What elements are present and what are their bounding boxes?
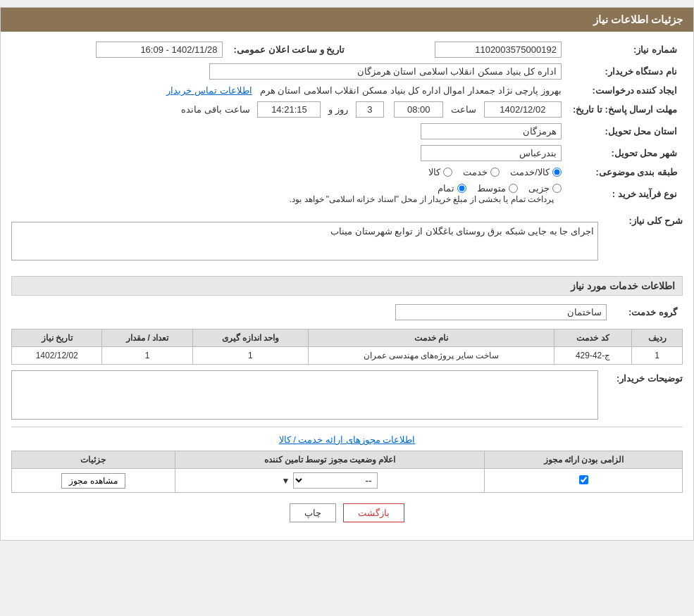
cell-radif: 1: [632, 347, 683, 365]
sharh-watermark-section: اجرای جا به جایی شبکه برق روستای باغگلان…: [11, 213, 598, 269]
button-row: بازگشت چاپ: [11, 503, 683, 522]
ostan-value: هرمزگان: [11, 120, 567, 142]
khadamat-info-table: گروه خدمت: ساختمان: [11, 301, 683, 323]
noe-tamam-label: تمام: [438, 183, 454, 194]
page-wrapper: جزئیات اطلاعات نیاز شماره نیاز: 11020035…: [0, 7, 694, 541]
tawziyat-content: [11, 370, 598, 420]
shahr-field: بندرعباس: [421, 145, 562, 161]
back-button[interactable]: بازگشت: [343, 503, 404, 522]
mohlat-rooz-count: 3: [356, 101, 384, 118]
noe-tamam-radio[interactable]: [457, 184, 466, 193]
col-radif: ردیف: [632, 329, 683, 347]
noe-jozii-radio[interactable]: [552, 184, 562, 193]
tawziyat-label: توضیحات خریدار:: [605, 370, 683, 384]
eelam-select[interactable]: --: [293, 472, 378, 489]
cell-count: 1: [102, 347, 192, 365]
col-count: تعداد / مقدار: [102, 329, 192, 347]
khadamat-header-row: ردیف کد خدمت نام خدمت واحد اندازه گیری ت…: [12, 329, 683, 347]
print-button[interactable]: چاپ: [290, 503, 336, 522]
mohlat-date-field: 1402/12/02: [484, 101, 562, 118]
tarikh-label: تاریخ و ساعت اعلان عمومی:: [228, 39, 351, 61]
noe-farayand-row: نوع فرآیند خرید : جزیی متوسط: [11, 180, 683, 207]
tabaqe-khedmat-item[interactable]: خدمت: [463, 167, 500, 177]
nam-dastgah-label: نام دستگاه خریدار:: [567, 61, 683, 82]
tabaqe-khedmat-label: خدمت: [463, 167, 488, 177]
sharh-content: اجرای جا به جایی شبکه برق روستای باغگلان…: [11, 213, 598, 269]
mohlat-baqi-label: ساعت باقی مانده: [181, 104, 249, 115]
tabaqe-label: طبقه بندی موضوعی:: [567, 164, 683, 180]
mohlat-rooz-label: روز و: [328, 104, 348, 115]
view-mojavez-button[interactable]: مشاهده مجوز: [61, 473, 125, 489]
noe-tamam-item[interactable]: تمام: [438, 183, 466, 194]
tabaqe-kala-service-item[interactable]: کالا/خدمت: [510, 167, 562, 177]
grooh-field: ساختمان: [395, 304, 607, 320]
noe-farayand-value: جزیی متوسط تمام پرداخت تمام یا بخشی از م…: [11, 180, 567, 207]
mohlat-label: مهلت ارسال پاسخ: تا تاریخ:: [567, 99, 683, 120]
table-row: 1 ج-42-429 ساخت سایر پروژه‌های مهندسی عم…: [12, 347, 683, 365]
noe-farayand-radio-group: جزیی متوسط تمام: [17, 183, 562, 194]
eelam-cell-content: -- ▼: [181, 472, 479, 489]
elzami-checkbox[interactable]: [579, 475, 588, 484]
cell-elzami: [485, 469, 683, 493]
tabaqe-row: طبقه بندی موضوعی: کالا/خدمت خدمت: [11, 164, 683, 180]
tawziyat-section: توضیحات خریدار:: [11, 370, 683, 420]
khadamat-table: ردیف کد خدمت نام خدمت واحد اندازه گیری ت…: [11, 329, 683, 365]
tabaqe-kala-radio[interactable]: [443, 168, 452, 177]
cell-eelam: -- ▼: [175, 469, 485, 493]
khadamat-table-head: ردیف کد خدمت نام خدمت واحد اندازه گیری ت…: [12, 329, 683, 347]
cell-date: 1402/12/02: [12, 347, 102, 365]
tarikh-value: 1402/11/28 - 16:09: [11, 39, 228, 61]
tabaqe-value: کالا/خدمت خدمت کالا: [11, 164, 567, 180]
cell-name: ساخت سایر پروژه‌های مهندسی عمران: [309, 347, 554, 365]
nam-dastgah-row: نام دستگاه خریدار: اداره کل بنیاد مسکن ا…: [11, 61, 683, 82]
ijad-konande-row: ایجاد کننده درخواست: بهروز پارچی نژاد جم…: [11, 82, 683, 99]
noe-farayand-label: نوع فرآیند خرید :: [567, 180, 683, 207]
cell-code: ج-42-429: [554, 347, 632, 365]
noe-motawaset-radio[interactable]: [509, 184, 518, 193]
ijad-konande-value: بهروز پارچی نژاد جمعدار اموال اداره کل ب…: [11, 82, 567, 99]
mohlat-value: 1402/12/02 ساعت 08:00 3 روز و 14:21:15 س…: [11, 99, 567, 120]
cell-joziyat: مشاهده مجوز: [12, 469, 175, 493]
permissions-table: الزامی بودن ارائه مجوز اعلام وضعیت مجوز …: [11, 451, 683, 493]
basic-info-table: شماره نیاز: 1102003575000192 تاریخ و ساع…: [11, 39, 683, 207]
col-unit: واحد اندازه گیری: [192, 329, 308, 347]
main-content: شماره نیاز: 1102003575000192 تاریخ و ساع…: [1, 32, 693, 540]
tabaqe-radio-group: کالا/خدمت خدمت کالا: [17, 167, 562, 177]
col-date: تاریخ نیاز: [12, 329, 102, 347]
grooh-value: ساختمان: [11, 301, 612, 323]
tabaqe-kala-service-radio[interactable]: [552, 168, 562, 177]
col-code: کد خدمت: [554, 329, 632, 347]
col-eelam: اعلام وضعیت مجوز توسط تامین کننده: [175, 451, 485, 469]
noe-jozii-item[interactable]: جزیی: [528, 183, 562, 194]
shomare-niaz-label: شماره نیاز:: [567, 39, 683, 61]
col-name: نام خدمت: [309, 329, 554, 347]
mohlat-saat-field: 08:00: [394, 101, 443, 118]
permissions-row: -- ▼ مشاهده مجوز: [12, 469, 683, 493]
sharh-label: شرح کلی نیاز:: [605, 213, 683, 226]
tabaqe-kala-label: کالا: [428, 167, 440, 177]
shahr-value: بندرعباس: [11, 142, 567, 164]
grooh-row: گروه خدمت: ساختمان: [11, 301, 683, 323]
page-header: جزئیات اطلاعات نیاز: [1, 8, 693, 32]
mohlat-row: مهلت ارسال پاسخ: تا تاریخ: 1402/12/02 سا…: [11, 99, 683, 120]
tawziyat-textarea: [11, 370, 598, 420]
contact-link[interactable]: اطلاعات تماس خریدار: [166, 85, 252, 96]
khadamat-table-body: 1 ج-42-429 ساخت سایر پروژه‌های مهندسی عم…: [12, 347, 683, 365]
shomare-niaz-row: شماره نیاز: 1102003575000192 تاریخ و ساع…: [11, 39, 683, 61]
sharh-text: اجرای جا به جایی شبکه برق روستای باغگلان…: [330, 226, 594, 237]
shomare-niaz-value: 1102003575000192: [350, 39, 567, 61]
tabaqe-khedmat-radio[interactable]: [490, 168, 500, 177]
noe-motawaset-item[interactable]: متوسط: [477, 183, 518, 194]
noe-jozii-label: جزیی: [528, 183, 550, 194]
permissions-header-row: الزامی بودن ارائه مجوز اعلام وضعیت مجوز …: [12, 451, 683, 469]
shomare-niaz-field: 1102003575000192: [435, 42, 562, 58]
tabaqe-kala-item[interactable]: کالا: [428, 167, 452, 177]
ostan-row: استان محل تحویل: هرمزگان: [11, 120, 683, 142]
mohlat-baqi-field: 14:21:15: [257, 101, 321, 118]
tabaqe-kala-service-label: کالا/خدمت: [510, 167, 550, 177]
col-joziyat: جزئیات: [12, 451, 175, 469]
permissions-table-head: الزامی بودن ارائه مجوز اعلام وضعیت مجوز …: [12, 451, 683, 469]
sharh-section: شرح کلی نیاز: اجرای جا به جایی شبکه برق …: [11, 213, 683, 269]
col-elzami: الزامی بودن ارائه مجوز: [485, 451, 683, 469]
ijad-konande-label: ایجاد کننده درخواست:: [567, 82, 683, 99]
